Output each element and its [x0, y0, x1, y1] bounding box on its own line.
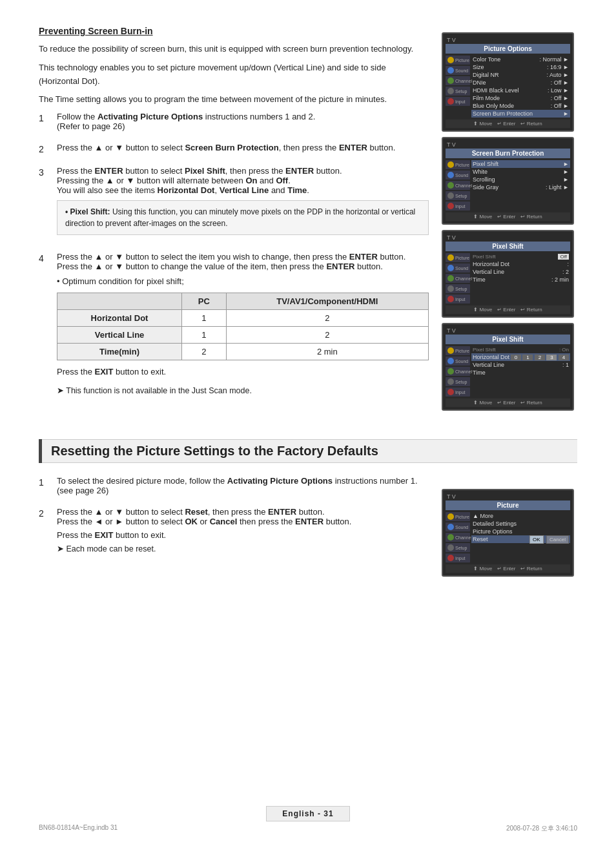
tv-screen-5: T V Picture Picture Sound Channel Setup …	[442, 489, 574, 577]
tv3-footer: ⬆ Move↵ Enter↩ Return	[446, 305, 570, 314]
tv1-footer: ⬆ Move↵ Enter↩ Return	[446, 119, 570, 128]
tv5-row: Picture Options	[471, 528, 570, 535]
footer-date: 2008-07-28 오후 3:46:10	[506, 824, 577, 833]
step3: 3 Press the ENTER button to select Pixel…	[39, 166, 429, 240]
page-number: English - 31	[266, 806, 349, 821]
reset-tip: ➤ Each mode can be reset.	[57, 544, 429, 553]
intro-p2: This technology enables you to set pictu…	[39, 61, 429, 88]
tv2-sidebar-setup: Setup	[446, 191, 470, 200]
tv2-row-selected: Pixel Shift►	[471, 160, 570, 168]
tv5-main: ▲ More Detailed Settings Picture Options…	[471, 512, 570, 562]
optimum-note: • Optimum condition for pixel shift;	[57, 276, 429, 286]
reset-step1: 1 To select the desired picture mode, fo…	[39, 476, 429, 495]
reset-section: 1 To select the desired picture mode, fo…	[39, 476, 577, 577]
tv3-sidebar-channel: Channel	[446, 274, 470, 283]
tv1-main: Color Tone: Normal ► Size: 16:9 ► Digita…	[471, 56, 570, 118]
tv4-sidebar-setup: Setup	[446, 377, 470, 386]
tv1-row-selected: Screen Burn Protection►	[471, 110, 570, 118]
tv3-row: Vertical Line: 2	[471, 268, 570, 276]
tv5-sidebar-sound: Sound	[446, 522, 470, 531]
tv2-row: Side Gray: Light ►	[471, 183, 570, 191]
table-row: Horizontal Dot 1 2	[57, 310, 429, 327]
tv5-row-reset: Reset OK Cancel	[471, 535, 570, 543]
step2-text: Press the ▲ or ▼ button to select Screen…	[57, 143, 429, 152]
burn-in-left: Preventing Screen Burn-in To reduce the …	[39, 26, 429, 413]
step1-content: Follow the Activating Picture Options in…	[57, 112, 429, 131]
reset-section-divider: Resetting the Picture Settings to the Fa…	[39, 439, 577, 463]
reset-step2-content: Press the ▲ or ▼ button to select Reset,…	[57, 507, 429, 560]
footer-file: BN68-01814A~Eng.indb 31	[39, 824, 118, 833]
page-footer: English - 31 BN68-01814A~Eng.indb 31 200…	[0, 806, 616, 833]
tv3-row: Horizontal Dot:	[471, 260, 570, 268]
burn-in-section: Preventing Screen Burn-in To reduce the …	[39, 26, 577, 413]
tv4-sidebar-sound: Sound	[446, 356, 470, 366]
row-label-vline: Vertical Line	[57, 327, 182, 344]
tv4-main: Pixel Shift: On Horizontal Dot 0 1 2 3 4	[471, 346, 570, 397]
col-header-pc: PC	[182, 293, 227, 310]
reset-step1-text: To select the desired picture mode, foll…	[57, 476, 429, 495]
tv5-sidebar-input: Input	[446, 553, 470, 562]
reset-step2-num: 2	[39, 507, 49, 560]
pixel-shift-note: • Pixel Shift: Using this function, you …	[57, 200, 429, 235]
step1: 1 Follow the Activating Picture Options …	[39, 112, 429, 131]
tv5-row: ▲ More	[471, 512, 570, 520]
time-pc: 2	[182, 344, 227, 360]
tv5-sidebar-picture: Picture	[446, 512, 470, 521]
tv-screen-1: T V Picture Options Picture Sound Channe…	[442, 32, 574, 132]
tv4-sidebar-picture: Picture	[446, 346, 470, 355]
tip-line: ➤ This function is not available in the …	[57, 386, 429, 395]
reset-step1-num: 1	[39, 476, 49, 495]
tv1-row: Size: 16:9 ►	[471, 63, 570, 71]
tv1-sidebar-picture: Picture	[446, 56, 470, 65]
reset-exit: Press the EXIT button to exit.	[57, 530, 429, 540]
page: Preventing Screen Burn-in To reduce the …	[0, 0, 616, 846]
tv-screen-3: T V Pixel Shift Picture Sound Channel Se…	[442, 230, 574, 318]
tv2-title: Screen Burn Protection	[446, 149, 570, 158]
tv1-row: DNIe: Off ►	[471, 79, 570, 87]
col-header-empty	[57, 293, 182, 310]
tv2-sidebar-picture: Picture	[446, 160, 470, 169]
tv3-sidebar: Picture Sound Channel Setup Input	[446, 253, 470, 304]
table-row: Time(min) 2 2 min	[57, 344, 429, 360]
tv4-footer: ⬆ Move↵ Enter↩ Return	[446, 398, 570, 407]
tv2-row: White►	[471, 168, 570, 176]
step4-text: Press the ▲ or ▼ button to select the it…	[57, 252, 429, 271]
intro-p1: To reduce the possibility of screen burn…	[39, 43, 429, 56]
step4-num: 4	[39, 252, 49, 402]
tv3-row: Time: 2 min	[471, 276, 570, 284]
vline-pc: 1	[182, 327, 227, 344]
tv3-sidebar-sound: Sound	[446, 263, 470, 273]
tv5-footer: ⬆ Move↵ Enter↩ Return	[446, 564, 570, 573]
tv5-sidebar-channel: Channel	[446, 533, 470, 542]
hdot-pc: 1	[182, 310, 227, 327]
step1-text: Follow the Activating Picture Options in…	[57, 112, 429, 131]
tv-screen-2: T V Screen Burn Protection Picture Sound…	[442, 137, 574, 225]
reset-step1-content: To select the desired picture mode, foll…	[57, 476, 429, 495]
tv4-row: Time	[471, 369, 570, 377]
tv2-sidebar-channel: Channel	[446, 181, 470, 190]
col-header-tv: TV/AV1/Component/HDMI	[226, 293, 428, 310]
step3-content: Press the ENTER button to select Pixel S…	[57, 166, 429, 240]
tv4-sidebar-input: Input	[446, 387, 470, 397]
time-tv: 2 min	[226, 344, 428, 360]
tv2-row: Scrolling►	[471, 176, 570, 183]
tv1-sidebar: Picture Sound Channel Setup Input	[446, 56, 470, 118]
tv-screen-4: T V Pixel Shift Picture Sound Channel Se…	[442, 323, 574, 411]
tv4-sidebar: Picture Sound Channel Setup Input	[446, 346, 470, 397]
tv1-row: Digital NR: Auto ►	[471, 71, 570, 79]
tv3-sidebar-picture: Picture	[446, 253, 470, 262]
tv1-row: HDMI Black Level: Low ►	[471, 87, 570, 94]
tv1-row: Color Tone: Normal ►	[471, 56, 570, 63]
tv4-row: Vertical Line: 1	[471, 361, 570, 369]
tv2-main: Pixel Shift► White► Scrolling► Side Gray…	[471, 160, 570, 211]
step3-num: 3	[39, 166, 49, 240]
burn-in-title: Preventing Screen Burn-in	[39, 26, 429, 36]
intro-p3: The Time setting allows you to program t…	[39, 93, 429, 107]
vline-tv: 2	[226, 327, 428, 344]
tv5-row: Detailed Settings	[471, 520, 570, 528]
reset-left: 1 To select the desired picture mode, fo…	[39, 476, 429, 577]
tv3-sidebar-setup: Setup	[446, 284, 470, 293]
tv1-title: Picture Options	[446, 44, 570, 54]
step4: 4 Press the ▲ or ▼ button to select the …	[39, 252, 429, 402]
tv1-sidebar-input: Input	[446, 97, 470, 106]
